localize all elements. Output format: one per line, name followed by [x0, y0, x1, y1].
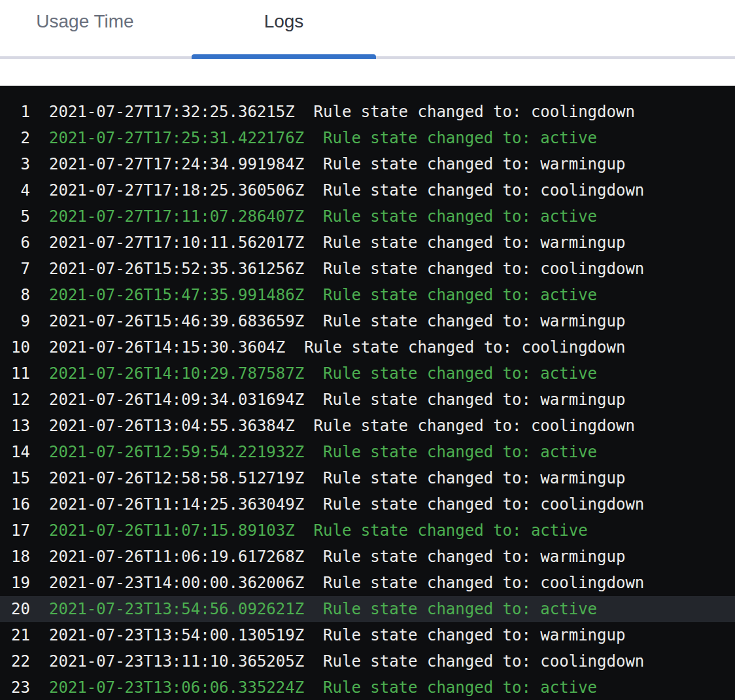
log-row[interactable]: 13 2021-07-26T13:04:55.36384Z Rule state…	[0, 413, 735, 439]
log-line-text: 2021-07-26T12:58:58.512719Z Rule state c…	[49, 465, 625, 491]
log-row[interactable]: 2 2021-07-27T17:25:31.422176Z Rule state…	[0, 125, 735, 151]
tab-logs[interactable]: Logs	[192, 0, 376, 59]
log-row[interactable]: 10 2021-07-26T14:15:30.3604Z Rule state …	[0, 334, 735, 360]
log-line-text: 2021-07-26T14:09:34.031694Z Rule state c…	[49, 387, 625, 413]
log-row[interactable]: 3 2021-07-27T17:24:34.991984Z Rule state…	[0, 151, 735, 177]
tab-logs-label: Logs	[264, 11, 304, 32]
tab-bar: Usage Time Logs	[0, 0, 735, 59]
log-line-text: 2021-07-27T17:10:11.562017Z Rule state c…	[49, 230, 625, 256]
log-line-text: 2021-07-27T17:18:25.360506Z Rule state c…	[49, 177, 644, 203]
line-number: 1	[0, 99, 30, 125]
line-number: 21	[0, 622, 30, 648]
log-line-text: 2021-07-27T17:25:31.422176Z Rule state c…	[49, 125, 597, 151]
log-row[interactable]: 9 2021-07-26T15:46:39.683659Z Rule state…	[0, 308, 735, 334]
line-number: 18	[0, 544, 30, 570]
log-line-text: 2021-07-26T11:14:25.363049Z Rule state c…	[49, 491, 644, 517]
line-number: 14	[0, 439, 30, 465]
log-row[interactable]: 15 2021-07-26T12:58:58.512719Z Rule stat…	[0, 465, 735, 491]
log-line-text: 2021-07-26T11:07:15.89103Z Rule state ch…	[49, 517, 588, 544]
line-number: 8	[0, 282, 30, 308]
log-row[interactable]: 20 2021-07-23T13:54:56.092621Z Rule stat…	[0, 596, 735, 622]
log-line-text: 2021-07-23T14:00:00.362006Z Rule state c…	[49, 570, 644, 596]
log-line-text: 2021-07-27T17:32:25.36215Z Rule state ch…	[49, 99, 635, 125]
log-row[interactable]: 16 2021-07-26T11:14:25.363049Z Rule stat…	[0, 491, 735, 517]
log-row[interactable]: 6 2021-07-27T17:10:11.562017Z Rule state…	[0, 230, 735, 256]
line-number: 10	[0, 334, 30, 360]
log-row[interactable]: 11 2021-07-26T14:10:29.787587Z Rule stat…	[0, 360, 735, 387]
line-number: 4	[0, 177, 30, 203]
tab-usage-time-label: Usage Time	[36, 11, 133, 32]
log-line-text: 2021-07-26T11:06:19.617268Z Rule state c…	[49, 544, 625, 570]
log-row[interactable]: 1 2021-07-27T17:32:25.36215Z Rule state …	[0, 99, 735, 125]
screen: Usage Time Logs 1 2021-07-27T17:32:25.36…	[0, 0, 735, 700]
line-number: 2	[0, 125, 30, 151]
log-row[interactable]: 22 2021-07-23T13:11:10.365205Z Rule stat…	[0, 648, 735, 674]
line-number: 20	[0, 596, 30, 622]
log-line-text: 2021-07-23T13:54:00.130519Z Rule state c…	[49, 622, 625, 648]
log-line-text: 2021-07-26T15:46:39.683659Z Rule state c…	[49, 308, 625, 334]
line-number: 3	[0, 151, 30, 177]
log-row[interactable]: 19 2021-07-23T14:00:00.362006Z Rule stat…	[0, 570, 735, 596]
line-number: 11	[0, 360, 30, 387]
line-number: 15	[0, 465, 30, 491]
log-row[interactable]: 4 2021-07-27T17:18:25.360506Z Rule state…	[0, 177, 735, 203]
line-number: 13	[0, 413, 30, 439]
line-number: 17	[0, 517, 30, 544]
line-number: 7	[0, 256, 30, 282]
log-row[interactable]: 17 2021-07-26T11:07:15.89103Z Rule state…	[0, 517, 735, 544]
log-row[interactable]: 14 2021-07-26T12:59:54.221932Z Rule stat…	[0, 439, 735, 465]
tab-usage-time[interactable]: Usage Time	[0, 0, 170, 59]
line-number: 6	[0, 230, 30, 256]
log-row[interactable]: 7 2021-07-26T15:52:35.361256Z Rule state…	[0, 256, 735, 282]
log-row[interactable]: 18 2021-07-26T11:06:19.617268Z Rule stat…	[0, 544, 735, 570]
line-number: 9	[0, 308, 30, 334]
log-row[interactable]: 12 2021-07-26T14:09:34.031694Z Rule stat…	[0, 387, 735, 413]
log-line-text: 2021-07-23T13:11:10.365205Z Rule state c…	[49, 648, 644, 674]
log-row[interactable]: 5 2021-07-27T17:11:07.286407Z Rule state…	[0, 203, 735, 230]
line-number: 22	[0, 648, 30, 674]
line-number: 16	[0, 491, 30, 517]
line-number: 23	[0, 674, 30, 700]
log-line-text: 2021-07-23T13:54:56.092621Z Rule state c…	[49, 596, 597, 622]
log-row[interactable]: 8 2021-07-26T15:47:35.991486Z Rule state…	[0, 282, 735, 308]
log-line-text: 2021-07-26T12:59:54.221932Z Rule state c…	[49, 439, 597, 465]
line-number: 5	[0, 203, 30, 230]
active-tab-indicator	[192, 54, 376, 59]
line-number: 19	[0, 570, 30, 596]
log-line-text: 2021-07-26T13:04:55.36384Z Rule state ch…	[49, 413, 635, 439]
log-row[interactable]: 21 2021-07-23T13:54:00.130519Z Rule stat…	[0, 622, 735, 648]
log-line-text: 2021-07-26T14:10:29.787587Z Rule state c…	[49, 360, 597, 387]
log-line-text: 2021-07-26T15:47:35.991486Z Rule state c…	[49, 282, 597, 308]
log-line-text: 2021-07-27T17:24:34.991984Z Rule state c…	[49, 151, 625, 177]
log-row[interactable]: 23 2021-07-23T13:06:06.335224Z Rule stat…	[0, 674, 735, 700]
log-line-text: 2021-07-27T17:11:07.286407Z Rule state c…	[49, 203, 597, 230]
log-line-text: 2021-07-26T15:52:35.361256Z Rule state c…	[49, 256, 644, 282]
log-line-text: 2021-07-26T14:15:30.3604Z Rule state cha…	[49, 334, 625, 360]
log-viewer[interactable]: 1 2021-07-27T17:32:25.36215Z Rule state …	[0, 86, 735, 700]
log-line-text: 2021-07-23T13:06:06.335224Z Rule state c…	[49, 674, 597, 700]
line-number: 12	[0, 387, 30, 413]
